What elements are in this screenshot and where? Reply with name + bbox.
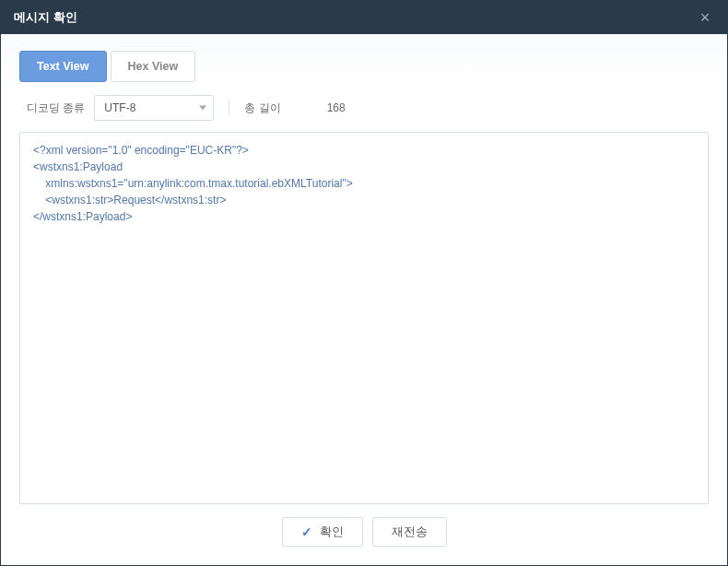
close-icon[interactable]: × — [696, 8, 714, 27]
encoding-select-value: UTF-8 — [94, 95, 214, 121]
encoding-select[interactable]: UTF-8 — [94, 95, 214, 121]
tab-text-view[interactable]: Text View — [19, 51, 107, 82]
decoding-label: 디코딩 종류 — [27, 100, 85, 116]
divider — [229, 100, 229, 116]
controls-row: 디코딩 종류 UTF-8 총 길이 168 — [19, 95, 709, 121]
check-icon: ✓ — [301, 525, 312, 539]
resend-button-label: 재전송 — [392, 525, 428, 540]
resend-button[interactable]: 재전송 — [372, 517, 447, 547]
confirm-button[interactable]: ✓ 확인 — [282, 517, 363, 547]
tabs: Text View Hex View — [19, 51, 709, 82]
tab-hex-view[interactable]: Hex View — [111, 51, 196, 82]
message-content[interactable]: <?xml version="1.0" encoding="EUC-KR"?> … — [19, 132, 709, 504]
confirm-button-label: 확인 — [320, 525, 344, 540]
total-length-value: 168 — [327, 101, 346, 114]
dialog-content: Text View Hex View 디코딩 종류 UTF-8 총 길이 168… — [1, 34, 727, 565]
dialog-title: 메시지 확인 — [14, 9, 77, 26]
message-dialog: 메시지 확인 × Text View Hex View 디코딩 종류 UTF-8… — [0, 0, 728, 566]
total-length-label: 총 길이 — [244, 100, 280, 116]
titlebar: 메시지 확인 × — [1, 1, 727, 34]
dialog-footer: ✓ 확인 재전송 — [19, 504, 709, 550]
